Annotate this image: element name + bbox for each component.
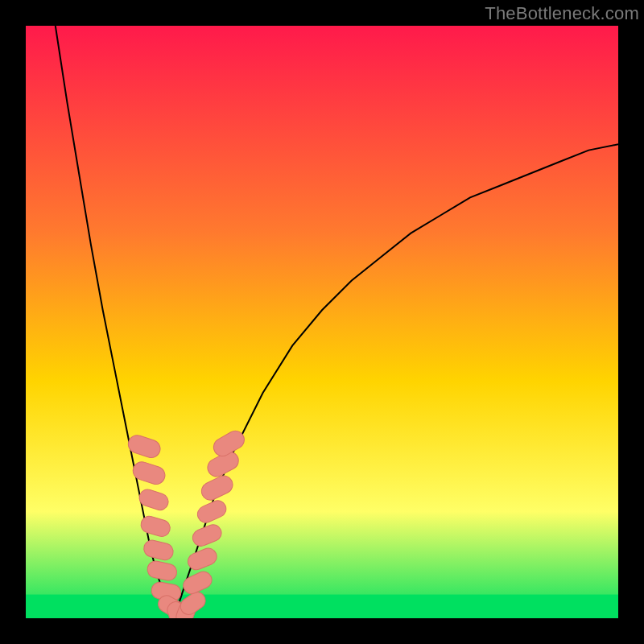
green-band	[26, 595, 618, 618]
bottleneck-chart	[26, 26, 618, 618]
chart-frame	[26, 26, 618, 618]
watermark-label: TheBottleneck.com	[485, 3, 639, 24]
gradient-background	[26, 26, 618, 618]
